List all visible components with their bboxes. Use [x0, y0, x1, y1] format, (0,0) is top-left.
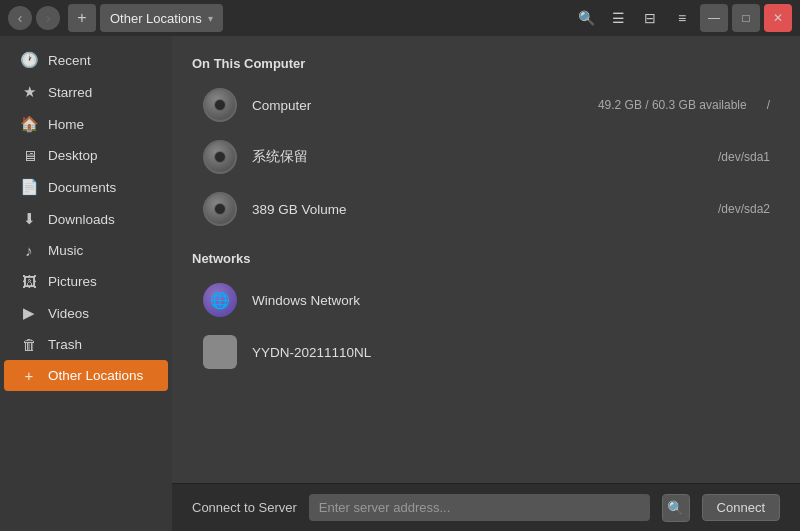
sidebar: 🕐 Recent★ Starred🏠 Home🖥 Desktop📄 Docume… [0, 36, 172, 531]
sidebar-item-label: Documents [48, 180, 116, 195]
networks-header: Networks [192, 251, 780, 266]
file-item-sda1[interactable]: 系统保留 /dev/sda1 [192, 131, 780, 183]
videos-icon: ▶ [20, 304, 38, 322]
file-item-computer[interactable]: Computer 49.2 GB / 60.3 GB available/ [192, 79, 780, 131]
close-button[interactable]: ✕ [764, 4, 792, 32]
file-name: Windows Network [252, 293, 770, 308]
sidebar-item-documents[interactable]: 📄 Documents [4, 171, 168, 203]
file-list: On This Computer Computer 49.2 GB / 60.3… [172, 36, 800, 483]
pictures-icon: 🖼 [20, 273, 38, 290]
sidebar-item-trash[interactable]: 🗑 Trash [4, 329, 168, 360]
server-address-input[interactable] [309, 494, 650, 521]
sidebar-item-label: Music [48, 243, 83, 258]
sidebar-item-starred[interactable]: ★ Starred [4, 76, 168, 108]
sidebar-item-label: Desktop [48, 148, 98, 163]
starred-icon: ★ [20, 83, 38, 101]
disk-icon [203, 192, 237, 226]
sidebar-item-downloads[interactable]: ⬇ Downloads [4, 203, 168, 235]
file-item-sda2[interactable]: 389 GB Volume /dev/sda2 [192, 183, 780, 235]
sidebar-item-label: Other Locations [48, 368, 143, 383]
on-this-computer-header: On This Computer [192, 56, 780, 71]
file-meta: /dev/sda2 [718, 202, 770, 216]
file-meta-path: / [767, 98, 770, 112]
file-icon-container [202, 334, 238, 370]
sidebar-item-home[interactable]: 🏠 Home [4, 108, 168, 140]
titlebar-right-buttons: 🔍 ☰ ⊟ ≡ — □ ✕ [572, 4, 792, 32]
disk-icon [203, 88, 237, 122]
file-icon-container [202, 139, 238, 175]
file-item-windows-network[interactable]: 🌐 Windows Network [192, 274, 780, 326]
file-meta-path: /dev/sda2 [718, 202, 770, 216]
disk-icon [203, 140, 237, 174]
sidebar-item-label: Pictures [48, 274, 97, 289]
location-button[interactable]: Other Locations ▾ [100, 4, 223, 32]
sidebar-item-label: Recent [48, 53, 91, 68]
maximize-button[interactable]: □ [732, 4, 760, 32]
file-name: 系统保留 [252, 148, 704, 166]
trash-icon: 🗑 [20, 336, 38, 353]
file-icon-container [202, 191, 238, 227]
back-button[interactable]: ‹ [8, 6, 32, 30]
file-icon-container [202, 87, 238, 123]
minimize-button[interactable]: — [700, 4, 728, 32]
recent-icon: 🕐 [20, 51, 38, 69]
file-icon-container: 🌐 [202, 282, 238, 318]
sidebar-item-other-locations[interactable]: + Other Locations [4, 360, 168, 391]
add-tab-button[interactable]: + [68, 4, 96, 32]
view-toggle-button[interactable]: ⊟ [636, 4, 664, 32]
sidebar-item-videos[interactable]: ▶ Videos [4, 297, 168, 329]
music-icon: ♪ [20, 242, 38, 259]
file-meta: 49.2 GB / 60.3 GB available/ [598, 98, 770, 112]
search-button[interactable]: 🔍 [572, 4, 600, 32]
connect-to-server-label: Connect to Server [192, 500, 297, 515]
sidebar-item-label: Starred [48, 85, 92, 100]
home-icon: 🏠 [20, 115, 38, 133]
file-name: Computer [252, 98, 584, 113]
chevron-down-icon: ▾ [208, 13, 213, 24]
file-item-yydn[interactable]: YYDN-20211110NL [192, 326, 780, 378]
downloads-icon: ⬇ [20, 210, 38, 228]
sidebar-item-label: Videos [48, 306, 89, 321]
view-list-button[interactable]: ☰ [604, 4, 632, 32]
sidebar-item-music[interactable]: ♪ Music [4, 235, 168, 266]
connect-button[interactable]: Connect [702, 494, 780, 521]
other-locations-icon: + [20, 367, 38, 384]
forward-button[interactable]: › [36, 6, 60, 30]
titlebar: ‹ › + Other Locations ▾ 🔍 ☰ ⊟ ≡ — □ ✕ [0, 0, 800, 36]
file-name: YYDN-20211110NL [252, 345, 770, 360]
connect-to-server-bar: Connect to Server 🔍 Connect [172, 483, 800, 531]
desktop-icon: 🖥 [20, 147, 38, 164]
menu-button[interactable]: ≡ [668, 4, 696, 32]
sidebar-item-pictures[interactable]: 🖼 Pictures [4, 266, 168, 297]
main-area: 🕐 Recent★ Starred🏠 Home🖥 Desktop📄 Docume… [0, 36, 800, 531]
smb-icon [203, 335, 237, 369]
content-area: On This Computer Computer 49.2 GB / 60.3… [172, 36, 800, 531]
file-name: 389 GB Volume [252, 202, 704, 217]
file-meta: /dev/sda1 [718, 150, 770, 164]
sidebar-item-recent[interactable]: 🕐 Recent [4, 44, 168, 76]
sidebar-item-label: Trash [48, 337, 82, 352]
sidebar-item-label: Downloads [48, 212, 115, 227]
file-meta-path: /dev/sda1 [718, 150, 770, 164]
location-label: Other Locations [110, 11, 202, 26]
sidebar-item-label: Home [48, 117, 84, 132]
file-meta-size: 49.2 GB / 60.3 GB available [598, 98, 747, 112]
documents-icon: 📄 [20, 178, 38, 196]
server-search-button[interactable]: 🔍 [662, 494, 690, 522]
network-icon: 🌐 [203, 283, 237, 317]
sidebar-item-desktop[interactable]: 🖥 Desktop [4, 140, 168, 171]
